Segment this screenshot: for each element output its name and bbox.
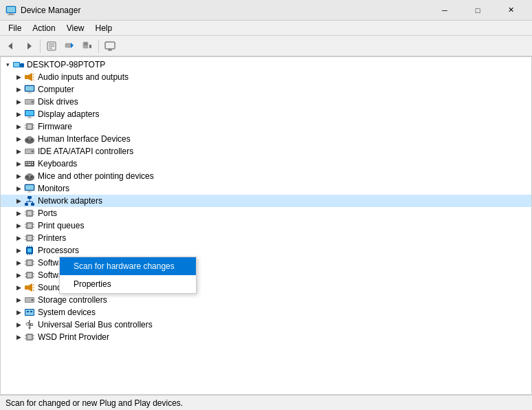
category-icon [24,195,35,206]
maximize-button[interactable]: □ [462,0,494,21]
tree-item[interactable]: ▶ Print queues [1,219,531,232]
tree-item[interactable]: ▶ Firmware [1,120,531,133]
category-icon [24,332,35,343]
expand-arrow: ▶ [13,294,24,305]
main-content: ▾ DESKTOP-98PTOTP ▶ Audio inputs and out… [0,56,532,395]
expand-arrow: ▶ [13,332,24,343]
expand-arrow: ▶ [13,171,24,182]
svg-line-24 [33,74,34,75]
category-label: Human Interface Devices [38,134,131,144]
tree-item[interactable]: ▶ Printers [1,232,531,244]
svg-rect-3 [7,7,15,12]
tree-item[interactable]: ▶ WSD Print Provider [1,331,531,343]
tree-item[interactable]: ▶ Storage controllers [1,294,531,306]
category-label: Monitors [38,184,69,193]
svg-point-127 [26,323,29,325]
svg-rect-55 [32,162,33,163]
svg-rect-121 [25,310,34,315]
back-button[interactable] [3,38,19,54]
context-menu-item[interactable]: Properties [60,275,196,293]
menu-view[interactable]: View [61,22,90,34]
properties-button[interactable] [43,38,60,54]
category-label: Print queues [38,221,84,230]
category-label: WSD Print Provider [38,332,109,342]
tree-item[interactable]: ▶ Computer [1,83,531,96]
svg-marker-11 [71,43,74,48]
tree-item[interactable]: ▶ Disk drives [1,96,531,108]
close-button[interactable]: ✕ [495,0,527,21]
expand-arrow: ▶ [13,233,24,244]
svg-rect-1 [9,13,13,14]
svg-rect-2 [8,14,14,15]
svg-rect-112 [25,285,28,290]
tree-item[interactable]: ▶ Network adapters [1,195,531,207]
forward-button[interactable] [21,38,37,54]
update-driver-button[interactable] [61,38,78,54]
display-button[interactable] [102,38,118,54]
expand-arrow: ▶ [13,84,24,95]
category-icon [24,270,35,281]
svg-rect-67 [27,196,32,199]
title-bar: Device Manager ─ □ ✕ [0,0,532,21]
expand-arrow: ▶ [13,133,24,144]
tree-item[interactable]: ▶ Display adapters [1,108,531,120]
category-icon [24,208,35,219]
tree-item[interactable]: ▶ Universal Serial Bus controllers [1,319,531,331]
tree-item[interactable]: ▶ Processors [1,244,531,257]
root-icon [13,59,24,70]
expand-arrow: ▶ [13,109,24,120]
svg-rect-57 [27,164,31,165]
expand-arrow: ▶ [13,121,24,132]
svg-rect-107 [27,273,32,277]
menu-file[interactable]: File [3,22,27,34]
scan-hardware-button[interactable] [79,38,96,54]
expand-arrow: ▶ [13,72,24,83]
expand-arrow: ▶ [13,208,24,219]
tree-item[interactable]: ▶ IDE ATA/ATAPI controllers [1,145,531,158]
svg-point-33 [32,101,34,103]
svg-rect-81 [27,224,32,228]
category-icon [24,183,35,194]
toolbar-sep-1 [40,39,41,53]
category-label: Audio inputs and outputs [38,72,129,82]
tree-root[interactable]: ▾ DESKTOP-98PTOTP [1,58,531,71]
category-icon [24,307,35,318]
tree-item[interactable]: ▶ Mice and other pointing devices [1,170,531,182]
category-label: Processors [38,246,79,255]
svg-marker-23 [28,73,32,81]
minimize-button[interactable]: ─ [429,0,461,21]
category-icon [24,72,35,83]
category-icon [24,146,35,157]
svg-rect-22 [25,75,28,79]
tree-item[interactable]: ▶ Ports [1,207,531,219]
svg-rect-28 [25,86,34,91]
tree-item[interactable]: ▶ Human Interface Devices [1,133,531,145]
status-text: Scan for changed or new Plug and Play de… [5,398,183,408]
status-bar: Scan for changed or new Plug and Play de… [0,395,532,410]
svg-rect-20 [20,63,24,67]
context-menu: Scan for hardware changesProperties [59,257,197,294]
menu-bar: File Action View Help [0,21,532,36]
svg-rect-131 [27,335,32,339]
window-controls: ─ □ ✕ [429,0,527,21]
category-label: Network adapters [38,196,102,206]
tree-item[interactable]: ▶ System devices [1,306,531,319]
category-icon [24,171,35,182]
svg-rect-122 [27,311,29,312]
category-icon [24,257,35,268]
device-tree[interactable]: ▾ DESKTOP-98PTOTP ▶ Audio inputs and out… [0,56,532,395]
svg-rect-16 [105,42,115,49]
category-icon [24,220,35,231]
svg-rect-68 [25,203,28,206]
svg-rect-21 [14,63,19,67]
tree-item[interactable]: ▶ Keyboards [1,158,531,170]
svg-rect-10 [65,43,71,47]
category-label: Ports [38,208,57,218]
context-menu-item[interactable]: Scan for hardware changes [60,257,196,275]
menu-help[interactable]: Help [90,22,118,34]
root-label: DESKTOP-98PTOTP [27,60,105,69]
menu-action[interactable]: Action [27,22,60,34]
tree-item[interactable]: ▶ Audio inputs and outputs [1,71,531,83]
tree-item[interactable]: ▶ Monitors [1,182,531,195]
category-icon [24,84,35,95]
